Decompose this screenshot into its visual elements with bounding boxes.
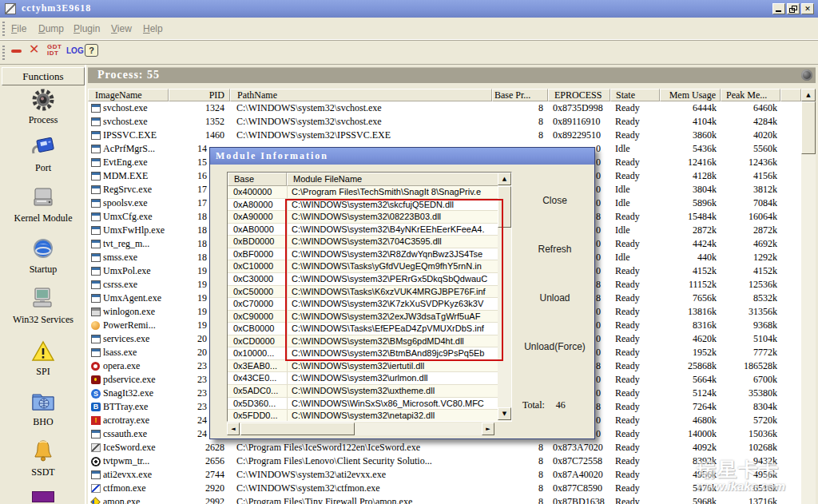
column-header-state[interactable]: State (610, 89, 660, 101)
process-state: Ready (615, 373, 640, 387)
column-header-imagename[interactable]: ImageName (88, 89, 169, 101)
process-row[interactable]: svchost.exe1352C:\WINDOWS\system32\svcho… (88, 115, 801, 129)
unload-button[interactable]: Unload (514, 292, 596, 304)
module-list-horizontal-scrollbar[interactable]: ◄ ► (227, 423, 494, 435)
partial-function-icon[interactable] (32, 491, 54, 502)
process-state: Ready (615, 482, 640, 495)
process-eprocess-fragment: 0 (596, 332, 601, 346)
refresh-button[interactable]: Refresh (514, 244, 596, 255)
dialog-titlebar[interactable]: Module Information (210, 148, 594, 165)
process-row[interactable]: amon.exe2992C:\Program Files\Tiny Firewa… (88, 495, 801, 504)
process-row[interactable]: tvtpwm_tr...2656C:\Program Files\Lenovo\… (88, 454, 801, 468)
module-row[interactable]: 0x3EAB0...C:\WINDOWS\system32\iertutil.d… (228, 360, 498, 373)
port-icon[interactable] (0, 136, 86, 163)
kernel-module-icon[interactable] (0, 185, 86, 212)
module-scroll-down-button[interactable]: ▼ (498, 407, 511, 420)
suspicious-modules-highlight (285, 199, 503, 361)
column-header-eprocess[interactable]: EPROCESS (548, 89, 610, 101)
process-row[interactable]: svchost.exe1324C:\WINDOWS\system32\svcho… (88, 101, 801, 115)
sidebar-item-bho[interactable]: BHO (0, 416, 86, 428)
process-pid: 2920 (205, 482, 224, 495)
bho-icon[interactable] (0, 389, 86, 416)
process-path: C:\WINDOWS\system32\svchost.exe (236, 101, 382, 115)
minimize-button[interactable] (772, 3, 785, 14)
close-button[interactable]: Close (514, 195, 596, 206)
module-scroll-up-button[interactable]: ▲ (498, 173, 511, 185)
sidebar-item-win32-services[interactable]: Win32 Services (0, 314, 86, 326)
sidebar-item-ssdt[interactable]: SSDT (0, 466, 86, 478)
column-header-peak-me-[interactable]: Peak Me... (721, 89, 780, 101)
log-button[interactable]: LOG (66, 46, 84, 55)
sidebar-item-port[interactable]: Port (0, 162, 86, 174)
module-base-address: 0xC30000 (233, 273, 273, 285)
restore-button[interactable] (787, 3, 800, 14)
functions-header[interactable]: Functions (2, 67, 85, 85)
header-gear-icon[interactable] (801, 69, 812, 81)
module-column-header-module-filename[interactable]: Module FileName (287, 173, 499, 186)
menu-item-plugin[interactable]: Plugin (73, 23, 100, 34)
toolbar-grip[interactable] (2, 46, 5, 60)
module-hscroll-thumb[interactable] (240, 423, 355, 435)
module-row[interactable]: 0x5FDD0...C:\WINDOWS\system32\netapi32.d… (228, 410, 498, 422)
process-name: winlogon.exe (103, 305, 155, 319)
process-name: services.exe (103, 332, 149, 346)
process-base-priority: 8 (538, 454, 543, 468)
process-row[interactable]: ctfmon.exe2920C:\WINDOWS\system32\ctfmon… (88, 482, 801, 495)
sidebar-item-process[interactable]: Process (0, 114, 86, 126)
process-state: Idle (615, 183, 630, 196)
column-header-mem-usage[interactable]: Mem Usage (660, 89, 721, 101)
spi-icon[interactable] (0, 339, 86, 367)
scroll-up-button[interactable]: ▲ (801, 89, 816, 101)
module-base-address: 0xAB0000 (233, 224, 274, 236)
process-icon[interactable] (0, 88, 86, 115)
window-icon (91, 430, 101, 439)
column-header-base-pr-[interactable]: Base Pr... (492, 89, 548, 101)
table-vertical-scrollbar[interactable]: ▲ (801, 89, 816, 504)
module-base-address: 0x400000 (233, 186, 272, 198)
menu-item-file[interactable]: File (11, 23, 26, 34)
terminate-icon[interactable]: ✕ (29, 42, 39, 57)
process-peak-mem: 4284k (753, 115, 777, 129)
module-column-header-base[interactable]: Base (228, 173, 287, 186)
column-header-pid[interactable]: PID (169, 89, 230, 101)
process-name: IPSSVC.EXE (103, 129, 157, 142)
module-row[interactable]: 0x43CE0...C:\WINDOWS\system32\urlmon.dll (228, 372, 498, 385)
window-icon (91, 267, 101, 276)
menu-item-help[interactable]: Help (143, 23, 163, 34)
unload-force--button[interactable]: Unload(Force) (514, 341, 596, 352)
ssdt-icon[interactable] (0, 438, 86, 466)
process-name: UmxFwHlp.exe (103, 224, 165, 237)
scroll-thumb[interactable] (801, 101, 816, 154)
column-header-filler[interactable] (780, 89, 801, 101)
sidebar-item-spi[interactable]: SPI (0, 366, 86, 378)
sidebar-item-startup[interactable]: Startup (0, 264, 86, 276)
process-peak-mem: 2872k (753, 224, 777, 237)
process-row[interactable]: ati2evxx.exe2744C:\WINDOWS\system32\ati2… (88, 468, 801, 482)
process-row[interactable]: IceSword.exe2628C:\Program Files\IceSwor… (88, 441, 801, 454)
menu-item-dump[interactable]: Dump (38, 23, 64, 34)
menu-item-view[interactable]: View (111, 23, 132, 34)
module-row[interactable]: 0x400000C:\Program Files\TechSmith\SnagI… (228, 186, 498, 199)
menu-bar: FileDumpPluginViewHelp (0, 18, 818, 40)
gdt-idt-button[interactable]: GDTIDT (47, 44, 62, 57)
process-eprocess: 0x89229510 (553, 129, 601, 142)
process-name: MDM.EXE (103, 169, 148, 183)
startup-icon[interactable] (0, 236, 86, 264)
close-button[interactable]: ✕ (801, 3, 814, 14)
module-scroll-left-button[interactable]: ◄ (227, 423, 240, 435)
menu-grip[interactable] (2, 22, 5, 36)
column-header-pathname[interactable]: PathName (230, 89, 492, 101)
process-path: C:\Program Files\Tiny Firewall Pro\amon.… (236, 495, 412, 504)
process-mem-usage: 4104k (693, 115, 717, 129)
process-mem-usage: 4620k (693, 332, 717, 346)
sidebar-item-kernel-module[interactable]: Kernel Module (0, 212, 86, 224)
process-pid-fragment: 20 (197, 346, 207, 359)
module-row[interactable]: 0x5D360...C:\WINDOWS\WinSxS\x86_Microsof… (228, 398, 498, 411)
help-icon[interactable]: ? (85, 44, 98, 57)
win32-services-icon[interactable] (0, 286, 86, 313)
module-row[interactable]: 0x5ADC0...C:\WINDOWS\system32\uxtheme.dl… (228, 385, 498, 398)
suspend-icon[interactable] (11, 50, 22, 53)
process-row[interactable]: IPSSVC.EXE1460C:\WINDOWS\system32\IPSSVC… (88, 129, 801, 142)
module-base-address: 0x5FDD0... (233, 410, 278, 422)
module-scroll-right-button[interactable]: ► (482, 423, 494, 435)
